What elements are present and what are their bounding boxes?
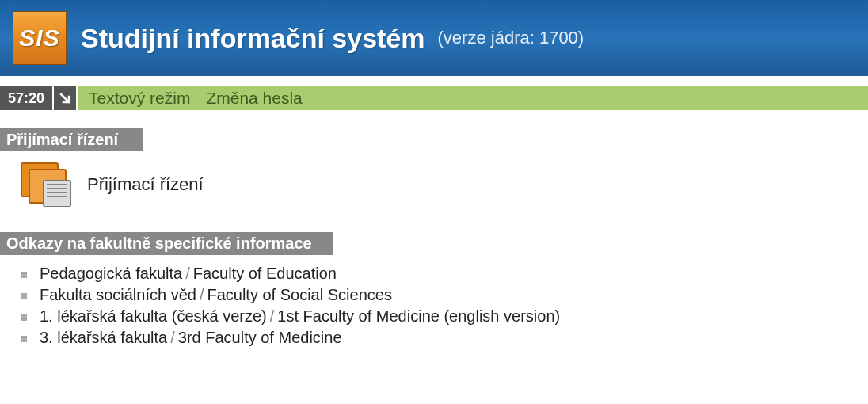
faculty-links-list: Pedagogická fakulta/Faculty of Education… <box>0 255 868 349</box>
section-title-admissions: Přijímací řízení <box>0 128 143 151</box>
list-item: Fakulta sociálních věd/Faculty of Social… <box>21 284 868 306</box>
app-logo-text: SIS <box>19 25 59 51</box>
faculty-link-en[interactable]: Faculty of Education <box>193 265 337 282</box>
list-item: Pedagogická fakulta/Faculty of Education <box>21 263 868 284</box>
menu-links: Textový režim Změna hesla <box>78 86 303 110</box>
app-header: SIS Studijní informační systém (verze já… <box>0 0 868 76</box>
separator: / <box>267 307 278 325</box>
separator: / <box>167 329 178 346</box>
arrow-down-right-icon <box>59 92 71 105</box>
menu-link-change-password[interactable]: Změna hesla <box>206 89 302 108</box>
section-title-faculty-links: Odkazy na fakultně specifické informace <box>0 232 333 255</box>
module-link-admissions[interactable]: Přijímací řízení <box>87 174 204 195</box>
faculty-link-cz[interactable]: Fakulta sociálních věd <box>40 286 196 303</box>
faculty-link-en[interactable]: 3rd Faculty of Medicine <box>178 329 342 346</box>
menu-bar: 57:20 Textový režim Změna hesla <box>0 86 868 111</box>
menu-link-text-mode[interactable]: Textový režim <box>89 89 190 108</box>
separator: / <box>182 265 193 282</box>
app-logo[interactable]: SIS <box>13 11 67 65</box>
list-item: 1. lékařská fakulta (česká verze)/1st Fa… <box>21 306 868 327</box>
session-timer: 57:20 <box>0 86 54 110</box>
faculty-link-en[interactable]: 1st Faculty of Medicine (english version… <box>277 307 560 325</box>
list-item: 3. lékařská fakulta/3rd Faculty of Medic… <box>21 327 868 349</box>
app-title: Studijní informační systém <box>81 23 425 54</box>
app-version: (verze jádra: 1700) <box>438 28 584 48</box>
faculty-link-cz[interactable]: 1. lékařská fakulta (česká verze) <box>40 307 267 325</box>
faculty-link-en[interactable]: Faculty of Social Sciences <box>207 286 391 303</box>
menu-toggle-button[interactable] <box>54 86 78 110</box>
faculty-link-cz[interactable]: 3. lékařská fakulta <box>40 329 167 346</box>
module-row-admissions: Přijímací řízení <box>0 151 868 215</box>
separator: / <box>196 286 207 303</box>
documents-icon <box>19 162 73 207</box>
faculty-link-cz[interactable]: Pedagogická fakulta <box>40 265 182 282</box>
